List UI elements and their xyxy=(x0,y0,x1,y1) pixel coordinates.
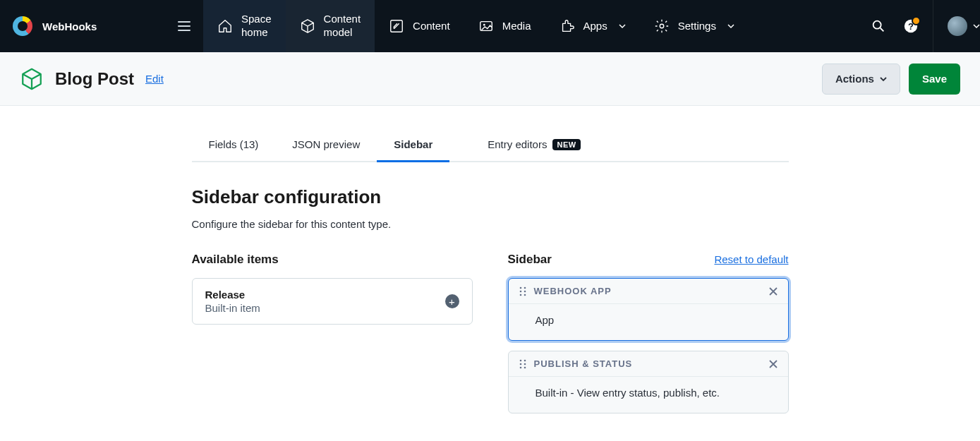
nav-apps-label: Apps xyxy=(583,20,607,33)
tab-entry-editors[interactable]: Entry editors NEW xyxy=(471,128,597,162)
user-menu[interactable] xyxy=(933,0,980,52)
sidebar-column: Sidebar Reset to default WEBHOOK APP App xyxy=(508,253,789,423)
content-type-icon xyxy=(20,67,44,91)
tab-sidebar-label: Sidebar xyxy=(394,138,432,150)
workspace-name: WebHooks xyxy=(42,20,97,32)
new-badge: NEW xyxy=(552,139,580,150)
chevron-down-icon xyxy=(973,23,980,30)
page-title: Blog Post xyxy=(55,69,134,89)
section-title: Sidebar configuration xyxy=(192,186,789,208)
nav-content-model-label: Content model xyxy=(324,13,361,40)
sidebar-card-body: App xyxy=(509,304,788,340)
help-icon[interactable]: ? xyxy=(903,18,919,34)
tab-json[interactable]: JSON preview xyxy=(275,128,377,162)
drag-handle-icon[interactable] xyxy=(519,286,527,296)
tab-entry-label: Entry editors xyxy=(488,138,547,150)
svg-point-17 xyxy=(519,366,521,368)
add-icon[interactable]: + xyxy=(445,294,459,308)
available-item-sub: Built-in item xyxy=(205,302,260,314)
tab-fields[interactable]: Fields (13) xyxy=(192,128,276,162)
contentful-logo-icon xyxy=(13,16,32,36)
svg-point-13 xyxy=(519,359,521,361)
save-button[interactable]: Save xyxy=(909,64,960,95)
svg-point-9 xyxy=(519,290,521,292)
edit-link[interactable]: Edit xyxy=(145,73,164,85)
sidebar-card-title: WEBHOOK APP xyxy=(534,286,761,296)
sidebar-card-publish[interactable]: PUBLISH & STATUS Built-in - View entry s… xyxy=(508,351,789,413)
avatar xyxy=(948,16,967,36)
nav-space-home[interactable]: Space home xyxy=(203,0,286,52)
available-heading: Available items xyxy=(192,253,279,267)
actions-button-label: Actions xyxy=(835,73,874,85)
logo-group[interactable]: WebHooks xyxy=(13,16,97,36)
svg-point-16 xyxy=(524,363,526,365)
config-columns: Available items Release Built-in item + … xyxy=(192,253,789,423)
nav-media[interactable]: Media xyxy=(464,0,545,52)
image-icon xyxy=(478,18,494,34)
topnav-left: WebHooks xyxy=(0,0,203,52)
home-icon xyxy=(217,18,233,34)
nav-content-model[interactable]: Content model xyxy=(286,0,375,52)
close-icon[interactable] xyxy=(768,359,778,369)
tab-sidebar[interactable]: Sidebar xyxy=(377,128,449,162)
available-item: Release Built-in item + xyxy=(192,278,473,325)
nav-apps[interactable]: Apps xyxy=(545,0,640,52)
sidebar-card-webhook[interactable]: WEBHOOK APP App xyxy=(508,278,789,341)
nav-settings-label: Settings xyxy=(678,20,716,33)
cube-icon xyxy=(300,18,315,34)
pencil-icon xyxy=(389,18,404,34)
reset-link[interactable]: Reset to default xyxy=(714,253,788,265)
save-button-label: Save xyxy=(922,73,947,85)
actions-button[interactable]: Actions xyxy=(822,64,900,95)
tab-fields-label: Fields (13) xyxy=(209,138,259,150)
puzzle-icon xyxy=(559,18,575,34)
sidebar-card-title: PUBLISH & STATUS xyxy=(534,358,761,369)
chevron-down-icon xyxy=(619,23,626,30)
nav-content[interactable]: Content xyxy=(375,0,464,52)
topnav-right: ? xyxy=(857,0,933,52)
svg-point-14 xyxy=(524,359,526,361)
top-nav: WebHooks Space home Content model Conten… xyxy=(0,0,980,52)
section-head: Sidebar configuration Configure the side… xyxy=(192,186,789,230)
drag-handle-icon[interactable] xyxy=(519,359,527,369)
svg-point-10 xyxy=(524,290,526,292)
svg-point-7 xyxy=(519,286,521,289)
chevron-down-icon xyxy=(880,75,887,83)
search-icon[interactable] xyxy=(871,18,886,34)
nav-space-home-label: Space home xyxy=(241,13,272,40)
menu-icon[interactable] xyxy=(178,21,190,31)
close-icon[interactable] xyxy=(768,286,778,296)
tab-json-label: JSON preview xyxy=(292,138,360,150)
svg-point-12 xyxy=(524,294,526,296)
available-column: Available items Release Built-in item + xyxy=(192,253,473,423)
chevron-down-icon xyxy=(727,23,734,30)
svg-text:?: ? xyxy=(908,21,914,32)
sidebar-heading: Sidebar xyxy=(508,253,552,267)
nav-media-label: Media xyxy=(502,20,531,33)
svg-point-15 xyxy=(519,363,521,365)
svg-point-3 xyxy=(660,24,664,28)
subheader: Blog Post Edit Actions Save xyxy=(0,52,980,106)
svg-point-2 xyxy=(483,24,485,26)
tabs: Fields (13) JSON preview Sidebar Entry e… xyxy=(192,128,789,162)
nav-settings[interactable]: Settings xyxy=(640,0,749,52)
available-item-name: Release xyxy=(205,289,260,301)
section-subtitle: Configure the sidebar for this content t… xyxy=(192,218,789,230)
nav-content-label: Content xyxy=(413,20,450,33)
gear-icon xyxy=(654,18,670,34)
sidebar-card-body: Built-in - View entry status, publish, e… xyxy=(509,377,788,413)
svg-point-11 xyxy=(519,294,521,296)
svg-point-8 xyxy=(524,286,526,289)
content-area: Fields (13) JSON preview Sidebar Entry e… xyxy=(192,106,789,423)
svg-point-4 xyxy=(873,21,881,29)
svg-point-18 xyxy=(524,366,526,368)
